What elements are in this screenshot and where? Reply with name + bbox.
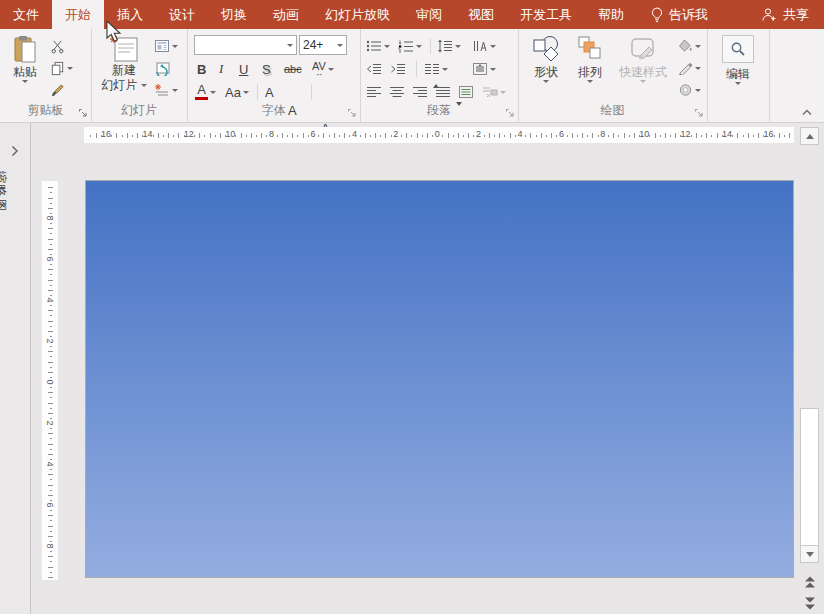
increase-indent-button[interactable] [390,60,406,78]
align-center-icon [389,85,405,99]
editing-button[interactable]: 编辑 [721,35,755,85]
font-group-label: 字体 [187,102,360,119]
justify-button[interactable] [435,83,451,101]
cut-icon [50,39,65,54]
next-slide-button[interactable] [802,595,818,611]
drawing-group-label: 绘图 [518,102,707,119]
ruler-number: 8 [269,129,274,139]
ruler-number: 14 [722,129,732,139]
font-name-input[interactable] [195,38,287,52]
scroll-up-button[interactable] [800,127,819,145]
shape-outline-caret [695,67,701,70]
align-center-button[interactable] [389,83,405,101]
collapse-ribbon-button[interactable] [801,108,815,118]
drawing-dialog-launcher-icon[interactable] [694,108,704,118]
new-slide-label-line2: 幻灯片 [101,78,146,92]
shape-outline-icon [678,61,693,75]
section-button[interactable] [154,81,178,99]
font-size-combo[interactable] [299,35,347,55]
shapes-button[interactable]: 形状 [526,34,566,83]
font-dialog-launcher-icon[interactable] [347,108,357,118]
ribbon-tabs: 文件开始插入设计切换动画幻灯片放映审阅视图开发工具帮助告诉我共享 [0,0,824,29]
shape-effects-button[interactable] [678,81,701,99]
group-font: B I U S abc AV ↔ A [187,29,361,122]
tab-view[interactable]: 视图 [455,0,507,29]
ruler-number: 12 [681,129,691,139]
lightbulb-icon [650,7,664,23]
scroll-down-button[interactable] [800,545,819,563]
tab-review[interactable]: 审阅 [403,0,455,29]
decrease-indent-button[interactable] [366,60,382,78]
align-text-button[interactable] [472,60,496,78]
ruler-number: 0 [435,129,440,139]
strikethrough-button[interactable]: abc [284,60,302,78]
previous-slide-button[interactable] [802,574,818,590]
columns-icon [424,62,440,76]
numbering-button[interactable] [398,37,422,55]
format-painter-button[interactable] [50,81,65,99]
tab-animations[interactable]: 动画 [260,0,312,29]
font-size-input[interactable] [300,38,337,52]
expand-pane-chevron-icon[interactable] [11,145,19,157]
character-spacing-icon: AV ↔ [312,62,326,77]
font-name-combo[interactable] [194,35,297,55]
arrange-button[interactable]: 排列 [570,34,610,83]
tab-insert[interactable]: 插入 [104,0,156,29]
tab-slideshow[interactable]: 幻灯片放映 [312,0,403,29]
align-text-caret [490,68,496,71]
numbering-caret [416,45,422,48]
autofit-text-button[interactable] [458,83,474,101]
tab-help[interactable]: 帮助 [585,0,637,29]
text-shadow-button[interactable]: S [262,60,271,78]
horizontal-ruler[interactable]: 1614121086420246810121416 [84,127,794,143]
align-right-button[interactable] [412,83,428,101]
columns-button[interactable] [424,60,448,78]
share-button[interactable]: 共享 [746,0,824,29]
shape-outline-button[interactable] [678,59,701,77]
font-color-button[interactable]: A [195,83,216,101]
convert-to-smartart-button[interactable] [482,83,506,101]
new-slide-button[interactable]: 新建 幻灯片 [97,34,151,92]
increase-indent-icon [390,62,406,76]
vertical-ruler[interactable]: 864202468 [42,181,58,580]
text-direction-icon [472,39,488,53]
cut-button[interactable] [50,37,65,55]
tab-file[interactable]: 文件 [0,0,52,29]
scrollbar-thumb[interactable] [800,408,819,553]
tab-design[interactable]: 设计 [156,0,208,29]
paste-button[interactable]: 粘贴 [7,34,43,83]
tab-tellme[interactable]: 告诉我 [637,0,721,29]
arrange-label: 排列 [578,65,602,79]
align-right-icon [412,85,428,99]
tab-transitions[interactable]: 切换 [208,0,260,29]
tab-home[interactable]: 开始 [52,0,104,29]
thumbnails-pane[interactable]: 缩略图 [0,123,31,614]
underline-button[interactable]: U [239,60,248,78]
tab-developer[interactable]: 开发工具 [507,0,585,29]
format-painter-icon [50,83,65,98]
text-direction-button[interactable] [472,37,496,55]
bullets-button[interactable] [366,37,390,55]
quick-styles-label: 快速样式 [619,65,667,79]
line-spacing-button[interactable] [437,37,461,55]
tab-label: 文件 [13,6,39,24]
shape-fill-button[interactable] [678,37,701,55]
columns-caret [442,68,448,71]
align-text-icon [472,62,488,76]
bold-button[interactable]: B [197,60,206,78]
reset-slide-button[interactable] [154,59,170,77]
copy-dropdown-caret [67,67,73,70]
font-color-icon: A [195,84,208,100]
quick-styles-button[interactable]: 快速样式 [614,34,672,83]
copy-button[interactable] [50,59,73,77]
clipboard-dialog-launcher-icon[interactable] [78,108,88,118]
paragraph-dialog-launcher-icon[interactable] [505,108,515,118]
italic-button[interactable]: I [219,60,223,78]
shapes-caret [543,80,549,83]
align-left-button[interactable] [366,83,382,101]
change-case-button[interactable]: Aa [225,83,249,101]
line-spacing-icon [437,39,453,53]
layout-button[interactable] [154,37,178,55]
character-spacing-button[interactable]: AV ↔ [312,60,334,78]
slide-canvas[interactable] [86,181,793,577]
